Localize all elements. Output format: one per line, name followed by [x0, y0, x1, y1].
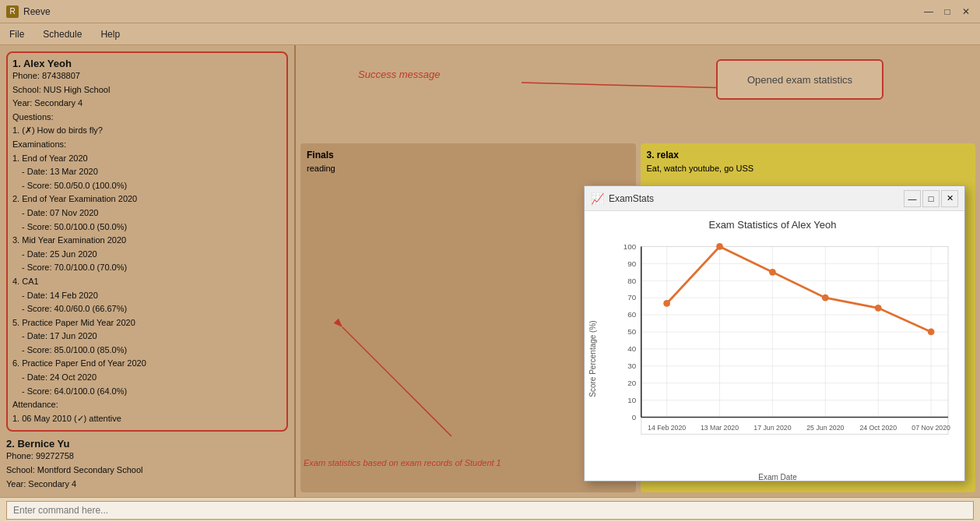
student-1-exam-5-score: - Score: 85.0/100.0 (85.0%) [12, 344, 282, 358]
svg-text:0: 0 [632, 413, 637, 421]
student-1-exam-1-score: - Score: 50.0/50.0 (100.0%) [12, 179, 282, 193]
svg-text:50: 50 [627, 327, 636, 336]
student-1-phone: Phone: 87438807 [12, 69, 282, 83]
student-1-exam-1: 1. End of Year 2020 [12, 152, 282, 166]
svg-point-36 [663, 300, 670, 307]
student-1-attendance-1: 1. 06 May 2010 (✓) attentive [12, 412, 282, 426]
chart-area: 0 10 20 30 40 5 [599, 237, 957, 481]
svg-text:14 Feb 2020: 14 Feb 2020 [648, 424, 686, 432]
svg-point-40 [875, 305, 882, 312]
svg-line-1 [522, 83, 732, 88]
svg-text:30: 30 [627, 362, 636, 370]
student-1-exams-label: Examinations: [12, 138, 282, 152]
student-1-school: School: NUS High School [12, 83, 282, 97]
student-1-exam-2-date: - Date: 07 Nov 2020 [12, 206, 282, 220]
modal-body: Exam Statistics of Alex Yeoh Score Perce… [585, 211, 964, 481]
svg-text:90: 90 [627, 259, 636, 268]
modal-title: 📈 ExamStats [591, 192, 654, 205]
tile-1-title: Finals [307, 150, 630, 160]
modal-close-button[interactable]: ✕ [941, 190, 958, 207]
success-message-annotation: Success message [358, 69, 441, 80]
student-1-exam-6-date: - Date: 24 Oct 2020 [12, 371, 282, 385]
student-1-name: 1. Alex Yeoh [12, 58, 282, 69]
maximize-button[interactable]: □ [940, 4, 955, 19]
student-1-attendance-label: Attendance: [12, 398, 282, 412]
menu-file[interactable]: File [5, 27, 29, 41]
title-bar: R Reeve — □ ✕ [0, 0, 980, 23]
svg-text:20: 20 [627, 379, 636, 387]
student-1-exam-5-date: - Date: 17 Jun 2020 [12, 330, 282, 344]
svg-point-41 [928, 329, 935, 336]
command-input[interactable] [6, 501, 974, 520]
svg-text:24 Oct 2020: 24 Oct 2020 [859, 424, 897, 432]
app-icon: R [6, 5, 19, 18]
student-1-question-1: 1. (✗) How do birds fly? [12, 124, 282, 138]
close-button[interactable]: ✕ [958, 4, 974, 19]
right-panel: Success message Opened exam statistics F… [296, 45, 980, 497]
svg-rect-4 [641, 246, 948, 434]
svg-point-39 [822, 295, 829, 302]
chart-title: Exam Statistics of Alex Yeoh [588, 219, 957, 231]
student-2-phone: Phone: 99272758 [6, 450, 288, 464]
svg-point-38 [769, 269, 776, 276]
svg-text:10: 10 [627, 396, 636, 404]
svg-text:17 Jun 2020: 17 Jun 2020 [753, 424, 791, 432]
command-bar [0, 497, 980, 522]
svg-point-37 [716, 243, 723, 250]
svg-text:13 Mar 2020: 13 Mar 2020 [701, 424, 739, 432]
student-1-exam-3-date: - Date: 25 Jun 2020 [12, 248, 282, 262]
minimize-button[interactable]: — [921, 4, 936, 19]
modal-minimize-button[interactable]: — [904, 190, 921, 207]
student-1-year: Year: Secondary 4 [12, 97, 282, 111]
svg-text:100: 100 [623, 242, 637, 251]
modal-controls[interactable]: — □ ✕ [904, 190, 958, 207]
svg-text:70: 70 [627, 293, 636, 302]
student-1-exam-6: 6. Practice Paper End of Year 2020 [12, 357, 282, 371]
svg-text:80: 80 [627, 277, 636, 285]
examstats-modal[interactable]: 📈 ExamStats — □ ✕ Exam Statistics of Ale… [584, 185, 965, 481]
student-1-questions-label: Questions: [12, 111, 282, 125]
student-1-exam-1-date: - Date: 13 Mar 2020 [12, 165, 282, 179]
opened-stats-box: Opened exam statistics [716, 59, 883, 100]
menu-bar: File Schedule Help [0, 23, 980, 45]
student-1-card: 1. Alex Yeoh Phone: 87438807 School: NUS… [6, 51, 288, 432]
student-1-exam-4: 4. CA1 [12, 275, 282, 289]
annotation-area: Success message Opened exam statistics [296, 45, 980, 139]
student-1-exam-4-score: - Score: 40.0/60.0 (66.67%) [12, 302, 282, 316]
tile-2-title: 3. relax [647, 150, 970, 160]
student-2-name: 2. Bernice Yu [6, 438, 288, 450]
student-1-exam-3: 3. Mid Year Examination 2020 [12, 234, 282, 248]
student-1-exam-2: 2. End of Year Examination 2020 [12, 192, 282, 206]
menu-schedule[interactable]: Schedule [38, 27, 86, 41]
menu-help[interactable]: Help [96, 27, 125, 41]
student-1-exam-2-score: - Score: 50.0/100.0 (50.0%) [12, 220, 282, 235]
x-axis-label: Exam Date [599, 473, 957, 481]
y-axis-label: Score Percentage (%) [588, 237, 597, 481]
chart-svg: 0 10 20 30 40 5 [599, 237, 957, 470]
student-2-school: School: Montford Secondary School [6, 464, 288, 478]
chart-container: Score Percentage (%) 0 [588, 237, 957, 481]
svg-text:60: 60 [627, 310, 636, 319]
modal-maximize-button[interactable]: □ [922, 190, 940, 207]
chart-icon: 📈 [591, 192, 604, 205]
student-1-exam-4-date: - Date: 14 Feb 2020 [12, 289, 282, 303]
student-1-exam-3-score: - Score: 70.0/100.0 (70.0%) [12, 261, 282, 275]
left-panel: 1. Alex Yeoh Phone: 87438807 School: NUS… [0, 45, 296, 497]
student-1-exam-6-score: - Score: 64.0/100.0 (64.0%) [12, 385, 282, 399]
title-bar-controls[interactable]: — □ ✕ [921, 4, 974, 19]
student-2-card: 2. Bernice Yu Phone: 99272758 School: Mo… [6, 438, 288, 491]
main-content: 1. Alex Yeoh Phone: 87438807 School: NUS… [0, 45, 980, 497]
chart-svg-container: 0 10 20 30 40 5 [599, 237, 957, 470]
tile-1-content: reading [307, 164, 630, 173]
exam-annotation: Exam statistics based on exam records of… [304, 458, 501, 467]
svg-text:25 Jun 2020: 25 Jun 2020 [806, 424, 844, 432]
svg-text:40: 40 [627, 344, 636, 353]
student-2-year: Year: Secondary 4 [6, 478, 288, 492]
title-bar-left: R Reeve [6, 5, 51, 18]
modal-title-bar: 📈 ExamStats — □ ✕ [585, 186, 964, 211]
app-title: Reeve [23, 6, 51, 17]
student-1-exam-5: 5. Practice Paper Mid Year 2020 [12, 316, 282, 330]
tile-2-content: Eat, watch youtube, go USS [647, 164, 970, 173]
modal-title-text: ExamStats [609, 193, 654, 204]
svg-text:07 Nov 2020: 07 Nov 2020 [912, 424, 950, 432]
